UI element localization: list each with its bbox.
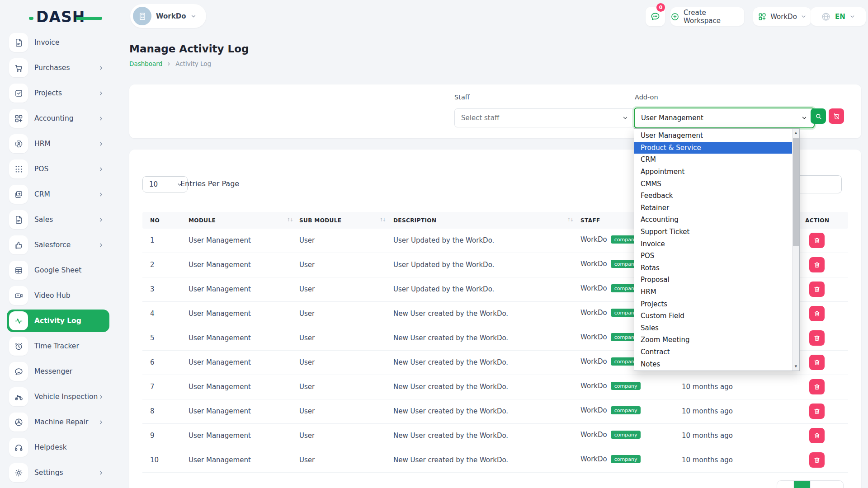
breadcrumb-dashboard-link[interactable]: Dashboard bbox=[129, 60, 162, 67]
pagination-pages: 1 2 bbox=[794, 481, 827, 488]
dropdown-scrollbar[interactable]: ▲ ▼ bbox=[792, 129, 799, 371]
sidebar-item[interactable]: Purchases bbox=[7, 56, 109, 79]
reset-filter-button[interactable] bbox=[829, 108, 844, 124]
pagination-prev-button[interactable]: ← bbox=[777, 481, 794, 488]
addon-dropdown-option[interactable]: Product & Service bbox=[634, 142, 793, 154]
column-header-no: NO bbox=[150, 217, 160, 224]
addon-select[interactable]: User Management bbox=[634, 108, 815, 128]
trash-icon bbox=[813, 310, 821, 317]
staff-name: WorkDo bbox=[580, 406, 607, 414]
addon-dropdown-option[interactable]: Projects bbox=[634, 298, 793, 310]
delete-button[interactable] bbox=[809, 355, 825, 370]
sidebar-item[interactable]: Activity Log bbox=[7, 310, 109, 332]
cell-description: New User created by the WorkDo. bbox=[393, 310, 508, 318]
addon-dropdown-option[interactable]: Zoom Meeting bbox=[634, 334, 793, 346]
chevron-down-icon bbox=[622, 115, 628, 121]
scrollbar-thumb[interactable] bbox=[793, 138, 799, 246]
chevron-right-icon bbox=[98, 242, 104, 248]
sidebar-item[interactable]: Vehicle Inspection bbox=[7, 385, 109, 408]
staff-name: WorkDo bbox=[580, 235, 607, 244]
cell-staff: WorkDo company bbox=[580, 260, 641, 268]
sidebar-item[interactable]: Accounting bbox=[7, 107, 109, 130]
sidebar-item[interactable]: Time Tracker bbox=[7, 335, 109, 357]
delete-button[interactable] bbox=[809, 428, 825, 443]
addon-dropdown-option[interactable]: Notes bbox=[634, 358, 793, 370]
addon-dropdown-option[interactable]: Contract bbox=[634, 346, 793, 358]
cell-date: 10 months ago bbox=[682, 432, 733, 440]
sidebar-item[interactable]: Salesforce bbox=[7, 234, 109, 256]
addon-dropdown-option[interactable]: Accounting bbox=[634, 214, 793, 226]
delete-button[interactable] bbox=[809, 452, 825, 468]
addon-dropdown-option[interactable]: Support Ticket bbox=[634, 226, 793, 238]
sidebar-item[interactable]: Google Sheet bbox=[7, 259, 109, 282]
app-switcher-button[interactable]: WorkDo bbox=[753, 7, 811, 26]
chevron-right-icon bbox=[98, 192, 104, 197]
app-logo: DASH bbox=[29, 7, 101, 27]
cell-module: User Management bbox=[189, 261, 251, 269]
addon-dropdown-option[interactable]: User Management bbox=[634, 130, 793, 142]
cell-staff: WorkDo company bbox=[580, 455, 641, 463]
language-label: EN bbox=[835, 13, 845, 21]
pagination-page-button[interactable]: 2 bbox=[811, 481, 827, 488]
delete-button[interactable] bbox=[809, 233, 825, 248]
addon-dropdown-option[interactable]: Invoice bbox=[634, 238, 793, 250]
sidebar-item[interactable]: Settings bbox=[7, 461, 109, 484]
addon-dropdown-option[interactable]: POS bbox=[634, 250, 793, 262]
delete-button[interactable] bbox=[809, 404, 825, 419]
cell-no: 5 bbox=[150, 334, 155, 342]
addon-dropdown-option[interactable]: CMMS bbox=[634, 178, 793, 190]
sidebar-item[interactable]: Machine Repair bbox=[7, 411, 109, 433]
addon-dropdown-option[interactable]: Sales bbox=[634, 322, 793, 334]
workspace-selector[interactable]: WorkDo bbox=[130, 4, 206, 28]
trash-icon bbox=[813, 286, 821, 293]
addon-dropdown-option[interactable]: Rotas bbox=[634, 262, 793, 274]
sidebar-item[interactable]: HRM bbox=[7, 132, 109, 155]
sort-icon[interactable]: ↑↓ bbox=[379, 217, 385, 222]
addon-dropdown-option[interactable]: Proposal bbox=[634, 274, 793, 286]
cell-sub-module: User bbox=[299, 432, 315, 440]
column-header-action: ACTION bbox=[805, 217, 829, 224]
addon-dropdown-option[interactable]: Appointment bbox=[634, 166, 793, 178]
sidebar-item-label: Salesforce bbox=[34, 241, 71, 249]
sidebar-item[interactable]: Helpdesk bbox=[7, 436, 109, 459]
workspace-name: WorkDo bbox=[156, 12, 186, 20]
addon-dropdown-option[interactable]: CRM bbox=[634, 154, 793, 166]
sort-icon[interactable]: ↑↓ bbox=[287, 217, 292, 222]
cell-description: New User created by the WorkDo. bbox=[393, 334, 508, 342]
delete-button[interactable] bbox=[809, 379, 825, 394]
cell-sub-module: User bbox=[299, 310, 315, 318]
sort-icon[interactable]: ↑↓ bbox=[567, 217, 573, 222]
sidebar-item[interactable]: Video Hub bbox=[7, 284, 109, 307]
staff-select[interactable]: Select staff bbox=[454, 108, 635, 127]
language-selector[interactable]: EN bbox=[811, 7, 866, 26]
pagination-page-button[interactable]: 1 bbox=[794, 481, 811, 488]
staff-name: WorkDo bbox=[580, 431, 607, 439]
sidebar-item[interactable]: Projects bbox=[7, 82, 109, 104]
scroll-down-icon[interactable]: ▼ bbox=[793, 363, 799, 370]
addon-dropdown-options: User Management Product & Service CRM Ap… bbox=[634, 130, 793, 370]
delete-button[interactable] bbox=[809, 257, 825, 272]
sidebar-item[interactable]: Sales bbox=[7, 208, 109, 231]
pagination-next-button[interactable]: → bbox=[827, 481, 843, 488]
addon-dropdown-option[interactable]: Feedback bbox=[634, 190, 793, 202]
search-button[interactable] bbox=[811, 108, 826, 124]
sidebar-item[interactable]: POS bbox=[7, 158, 109, 180]
sidebar-item-label: Messenger bbox=[34, 367, 72, 375]
logo-dash-icon bbox=[76, 17, 102, 20]
cell-no: 1 bbox=[150, 236, 155, 244]
delete-button[interactable] bbox=[809, 330, 825, 346]
chevron-right-icon bbox=[98, 166, 104, 172]
addon-dropdown-option[interactable]: HRM bbox=[634, 286, 793, 298]
chevron-right-icon bbox=[98, 470, 104, 476]
create-workspace-button[interactable]: Create Workspace bbox=[670, 7, 744, 26]
scroll-up-icon[interactable]: ▲ bbox=[793, 129, 799, 136]
addon-dropdown-option[interactable]: Retainer bbox=[634, 202, 793, 214]
delete-button[interactable] bbox=[809, 282, 825, 297]
helpdesk-icon bbox=[9, 438, 28, 457]
sidebar-item[interactable]: Invoice bbox=[7, 31, 109, 54]
sidebar-item[interactable]: CRM bbox=[7, 183, 109, 206]
delete-button[interactable] bbox=[809, 306, 825, 321]
addon-dropdown-option[interactable]: Custom Field bbox=[634, 310, 793, 322]
staff-name: WorkDo bbox=[580, 309, 607, 317]
sidebar-item[interactable]: Messenger bbox=[7, 360, 109, 383]
